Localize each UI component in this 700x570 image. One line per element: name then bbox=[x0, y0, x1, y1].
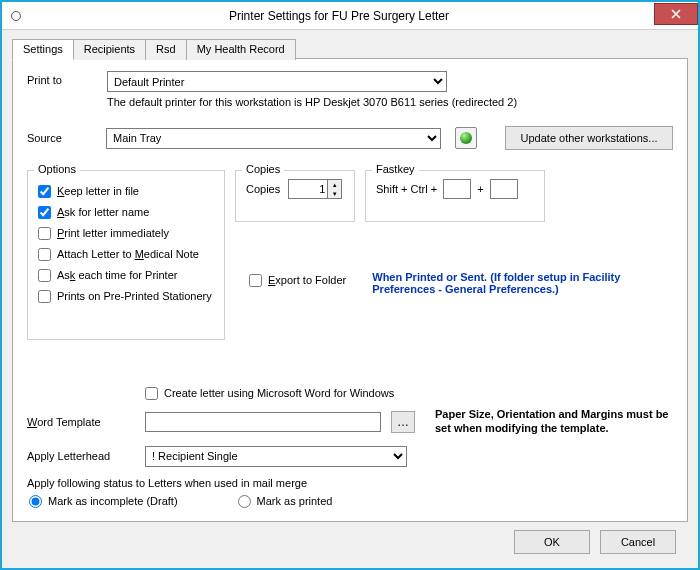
merge-status-heading: Apply following status to Letters when u… bbox=[27, 477, 673, 489]
client-area: Settings Recipients Rsd My Health Record… bbox=[2, 30, 698, 568]
word-template-label: Word Template bbox=[27, 416, 135, 428]
window-title: Printer Settings for FU Pre Surgery Lett… bbox=[24, 9, 654, 23]
option-keep-letter-checkbox[interactable] bbox=[38, 185, 51, 198]
option-preprinted[interactable]: Prints on Pre-Printed Stationery bbox=[38, 287, 214, 305]
option-keep-letter[interactable]: Keep letter in file bbox=[38, 182, 214, 200]
cancel-button[interactable]: Cancel bbox=[600, 530, 676, 554]
option-attach-medical[interactable]: Attach Letter to Medical Note bbox=[38, 245, 214, 263]
option-ask-name[interactable]: Ask for letter name bbox=[38, 203, 214, 221]
copies-group: Copies Copies ▲▼ bbox=[235, 170, 355, 222]
dialog-footer: OK Cancel bbox=[12, 522, 688, 560]
tab-my-health-record[interactable]: My Health Record bbox=[186, 39, 296, 60]
merge-status-draft[interactable]: Mark as incomplete (Draft) bbox=[29, 495, 178, 508]
close-button[interactable] bbox=[654, 3, 698, 25]
source-select[interactable]: Main Tray bbox=[106, 128, 441, 149]
create-word-label: Create letter using Microsoft Word for W… bbox=[164, 387, 394, 399]
tab-rsd[interactable]: Rsd bbox=[145, 39, 187, 60]
fastkey-group: Fastkey Shift + Ctrl + + bbox=[365, 170, 545, 222]
dialog-window: Printer Settings for FU Pre Surgery Lett… bbox=[0, 0, 700, 570]
fastkey-label: Shift + Ctrl + bbox=[376, 183, 437, 195]
tab-settings[interactable]: Settings bbox=[12, 39, 74, 60]
create-word[interactable]: Create letter using Microsoft Word for W… bbox=[145, 384, 673, 402]
copies-spinner[interactable]: ▲▼ bbox=[288, 179, 342, 199]
paper-size-note: Paper Size, Orientation and Margins must… bbox=[425, 408, 673, 436]
tab-strip: Settings Recipients Rsd My Health Record bbox=[12, 38, 688, 59]
print-to-label: Print to bbox=[27, 71, 93, 86]
copies-input[interactable] bbox=[289, 180, 327, 198]
refresh-icon bbox=[460, 132, 472, 144]
apply-letterhead-label: Apply Letterhead bbox=[27, 450, 135, 462]
titlebar: Printer Settings for FU Pre Surgery Lett… bbox=[2, 2, 698, 30]
word-template-browse-button[interactable]: … bbox=[391, 411, 415, 433]
ok-button[interactable]: OK bbox=[514, 530, 590, 554]
options-group: Options Keep letter in file Ask for lett… bbox=[27, 170, 225, 340]
fastkey-group-title: Fastkey bbox=[372, 163, 419, 175]
fastkey-input-2[interactable] bbox=[490, 179, 518, 199]
merge-status-draft-radio[interactable] bbox=[29, 495, 42, 508]
spinner-arrows[interactable]: ▲▼ bbox=[327, 180, 341, 198]
fastkey-plus: + bbox=[477, 183, 483, 195]
export-folder-note: When Printed or Sent. (If folder setup i… bbox=[372, 271, 673, 295]
fastkey-input-1[interactable] bbox=[443, 179, 471, 199]
option-ask-printer-checkbox[interactable] bbox=[38, 269, 51, 282]
export-folder-checkbox[interactable] bbox=[249, 274, 262, 287]
tab-recipients[interactable]: Recipients bbox=[73, 39, 146, 60]
update-workstations-button[interactable]: Update other workstations... bbox=[505, 126, 673, 150]
option-print-immediately[interactable]: Print letter immediately bbox=[38, 224, 214, 242]
word-template-input[interactable] bbox=[145, 412, 381, 432]
default-printer-note: The default printer for this workstation… bbox=[107, 96, 673, 108]
merge-status-printed[interactable]: Mark as printed bbox=[238, 495, 333, 508]
options-group-title: Options bbox=[34, 163, 80, 175]
option-ask-printer[interactable]: Ask each time for Printer bbox=[38, 266, 214, 284]
option-print-immediately-checkbox[interactable] bbox=[38, 227, 51, 240]
close-icon bbox=[671, 9, 681, 19]
system-menu-icon[interactable] bbox=[8, 8, 24, 24]
refresh-source-button[interactable] bbox=[455, 127, 477, 149]
apply-letterhead-select[interactable]: ! Recipient Single bbox=[145, 446, 407, 467]
merge-status-printed-radio[interactable] bbox=[238, 495, 251, 508]
print-to-select[interactable]: Default Printer bbox=[107, 71, 447, 92]
export-folder[interactable]: Export to Folder bbox=[249, 271, 346, 289]
option-ask-name-checkbox[interactable] bbox=[38, 206, 51, 219]
option-preprinted-checkbox[interactable] bbox=[38, 290, 51, 303]
copies-group-title: Copies bbox=[242, 163, 284, 175]
create-word-checkbox[interactable] bbox=[145, 387, 158, 400]
copies-label: Copies bbox=[246, 183, 280, 195]
option-attach-medical-checkbox[interactable] bbox=[38, 248, 51, 261]
tab-panel-settings: Print to Default Printer The default pri… bbox=[12, 58, 688, 522]
source-label: Source bbox=[27, 132, 92, 144]
